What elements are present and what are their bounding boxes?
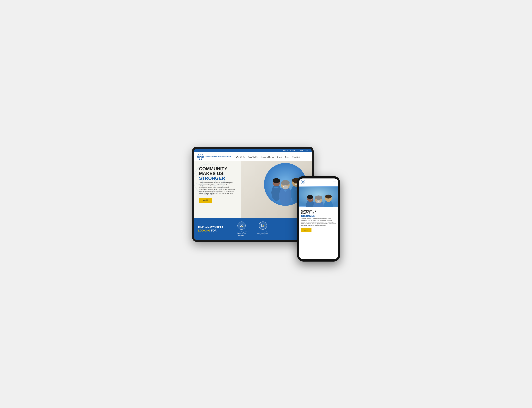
logo-text: ONTARIO VETERINARY MEDICAL ASSOCIATION bbox=[205, 156, 231, 157]
svg-point-19 bbox=[241, 224, 242, 226]
classifieds-icon-text: Are you looking to hire? Check out our c… bbox=[234, 231, 249, 237]
join-button[interactable]: JOIN bbox=[199, 198, 212, 203]
svg-point-14 bbox=[281, 180, 290, 185]
reports-icon-item: View our reports, surveys and guides. bbox=[255, 221, 270, 237]
phone-doctors-svg bbox=[299, 186, 338, 207]
tablet-screen: Search Contact Login Join O bbox=[194, 149, 312, 240]
nav-events[interactable]: Events bbox=[277, 156, 282, 158]
logo-area: ONTARIO VETERINARY MEDICAL ASSOCIATION bbox=[197, 154, 231, 160]
person-icon bbox=[239, 223, 244, 228]
svg-point-6 bbox=[194, 173, 224, 186]
phone-hero-title: COMMUNITY MAKES US STRONGER bbox=[301, 210, 336, 217]
svg-point-5 bbox=[202, 164, 215, 195]
top-bar: Search Contact Login Join bbox=[194, 149, 312, 152]
nav-who-we-are[interactable]: Who We Are bbox=[236, 156, 245, 158]
hero-left: COMMUNITY MAKES US STRONGER Veterinary m… bbox=[194, 162, 253, 218]
phone-logo-icon bbox=[301, 180, 305, 184]
bottom-icons: Are you looking to hire? Check out our c… bbox=[234, 221, 270, 237]
phone-hero-description: Veterinary medicine is tremendously rewa… bbox=[301, 218, 336, 227]
phone-content: COMMUNITY MAKES US STRONGER Veterinary m… bbox=[299, 207, 338, 259]
tablet-device: Search Contact Login Join O bbox=[192, 147, 314, 242]
phone-device: ONTARIO VETERINARY MEDICAL ASSOCIATION bbox=[297, 176, 340, 262]
nav-news[interactable]: News bbox=[285, 156, 289, 158]
svg-point-4 bbox=[194, 164, 224, 195]
phone-join-button[interactable]: JOIN bbox=[301, 228, 312, 232]
svg-point-3 bbox=[200, 156, 201, 157]
phone-nav: ONTARIO VETERINARY MEDICAL ASSOCIATION bbox=[299, 178, 338, 186]
main-nav: ONTARIO VETERINARY MEDICAL ASSOCIATION W… bbox=[194, 152, 312, 162]
phone-logo-text: ONTARIO VETERINARY MEDICAL ASSOCIATION bbox=[306, 181, 325, 183]
join-topbar-link[interactable]: Join bbox=[305, 150, 308, 151]
hero-section: COMMUNITY MAKES US STRONGER Veterinary m… bbox=[194, 162, 312, 218]
svg-point-32 bbox=[307, 195, 313, 199]
nav-become-member[interactable]: Become a Member bbox=[261, 156, 274, 158]
hamburger-menu[interactable] bbox=[333, 181, 336, 183]
login-link[interactable]: Login bbox=[299, 150, 303, 151]
reports-icon bbox=[259, 221, 267, 230]
svg-point-15 bbox=[283, 185, 288, 189]
classifieds-icon bbox=[237, 221, 246, 230]
phone-screen: ONTARIO VETERINARY MEDICAL ASSOCIATION bbox=[299, 178, 338, 259]
svg-point-10 bbox=[273, 178, 280, 183]
nav-what-we-do[interactable]: What We Do bbox=[248, 156, 258, 158]
phone-hero-image bbox=[299, 186, 338, 207]
find-text: FIND WHAT YOU'RE LOOKING FOR bbox=[198, 226, 224, 232]
scene: Search Contact Login Join O bbox=[192, 147, 340, 262]
svg-point-28 bbox=[303, 182, 304, 182]
classifieds-icon-item: Are you looking to hire? Check out our c… bbox=[234, 221, 249, 237]
nav-classifieds[interactable]: Classifieds bbox=[292, 156, 300, 158]
document-icon bbox=[261, 223, 265, 228]
reports-icon-text: View our reports, surveys and guides. bbox=[255, 231, 270, 235]
contact-link[interactable]: Contact bbox=[290, 150, 296, 151]
phone-logo-area: ONTARIO VETERINARY MEDICAL ASSOCIATION bbox=[301, 180, 325, 184]
nav-links: Who We Are What We Do Become a Member Ev… bbox=[236, 155, 300, 158]
phone-doctors-image bbox=[299, 186, 338, 207]
svg-point-39 bbox=[325, 195, 332, 198]
watermark-icon bbox=[194, 163, 225, 196]
search-link[interactable]: Search bbox=[283, 150, 288, 151]
logo-icon bbox=[197, 154, 204, 160]
bottom-section: FIND WHAT YOU'RE LOOKING FOR bbox=[194, 218, 312, 240]
svg-point-35 bbox=[315, 196, 322, 200]
